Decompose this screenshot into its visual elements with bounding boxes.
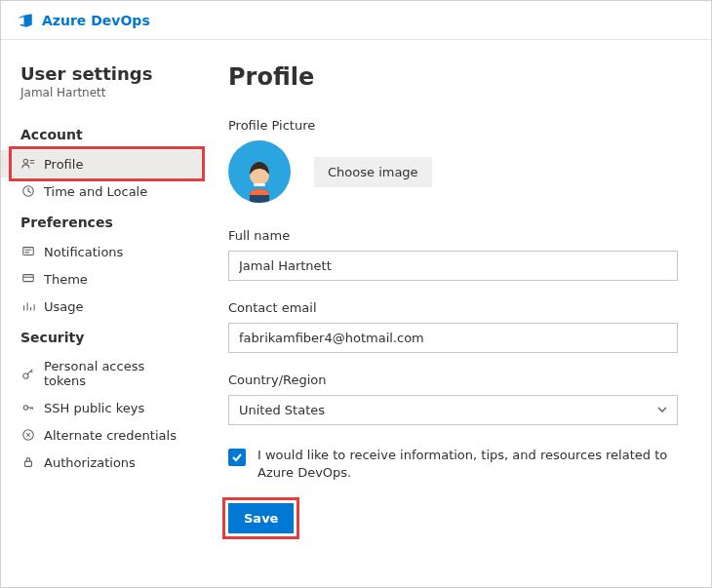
svg-point-0	[23, 159, 27, 163]
svg-rect-11	[254, 183, 265, 186]
avatar	[228, 140, 291, 203]
body-layout: User settings Jamal Hartnett Account Pro…	[1, 40, 711, 587]
sidebar-item-notifications[interactable]: Notifications	[1, 238, 201, 265]
section-security: Security	[1, 320, 201, 353]
sidebar-item-label: Theme	[44, 272, 88, 287]
svg-rect-5	[23, 275, 34, 282]
country-field: Country/Region	[228, 372, 678, 425]
full-name-label: Full name	[228, 228, 678, 243]
content-area: Profile Profile Picture Choose image Ful…	[201, 40, 711, 587]
sidebar-item-profile[interactable]: Profile	[1, 150, 201, 177]
full-name-input[interactable]	[228, 251, 678, 281]
usage-icon	[20, 298, 36, 314]
credentials-icon	[20, 427, 36, 443]
theme-icon	[20, 271, 36, 287]
ssh-key-icon	[20, 400, 36, 415]
svg-point-7	[23, 406, 27, 410]
contact-email-field: Contact email	[228, 300, 678, 353]
top-header: Azure DevOps	[1, 1, 711, 40]
section-preferences: Preferences	[1, 205, 201, 238]
choose-image-button[interactable]: Choose image	[314, 157, 432, 187]
svg-rect-4	[23, 248, 34, 255]
sidebar-item-label: Authorizations	[44, 455, 136, 470]
sidebar-item-usage[interactable]: Usage	[1, 293, 201, 320]
notifications-icon	[20, 244, 36, 259]
sidebar-item-time-locale[interactable]: Time and Locale	[1, 177, 201, 205]
key-icon	[20, 366, 36, 381]
profile-picture-label: Profile Picture	[228, 118, 678, 133]
sidebar-item-pat[interactable]: Personal access tokens	[1, 353, 201, 394]
settings-title: User settings	[1, 63, 201, 86]
sidebar-item-ssh[interactable]: SSH public keys	[1, 394, 201, 421]
full-name-field: Full name	[228, 228, 678, 281]
sidebar-item-label: Usage	[44, 299, 84, 314]
lock-icon	[20, 454, 36, 470]
sidebar-item-label: Alternate credentials	[44, 428, 177, 443]
profile-picture-row: Choose image	[228, 140, 678, 203]
contact-email-input[interactable]	[228, 323, 678, 353]
sidebar-item-alt-creds[interactable]: Alternate credentials	[1, 421, 201, 449]
sidebar: User settings Jamal Hartnett Account Pro…	[1, 40, 201, 587]
page-title: Profile	[228, 63, 678, 91]
sidebar-item-label: Notifications	[44, 245, 123, 259]
subscribe-label: I would like to receive information, tip…	[257, 447, 678, 482]
clock-icon	[20, 183, 36, 199]
contact-email-label: Contact email	[228, 300, 678, 315]
subscribe-row: I would like to receive information, tip…	[228, 447, 678, 482]
profile-icon	[20, 156, 36, 172]
svg-rect-9	[25, 461, 32, 466]
sidebar-item-label: SSH public keys	[44, 401, 144, 415]
settings-subtitle: Jamal Hartnett	[1, 86, 201, 117]
sidebar-item-label: Time and Locale	[44, 184, 147, 199]
sidebar-item-authorizations[interactable]: Authorizations	[1, 449, 201, 476]
sidebar-item-label: Personal access tokens	[44, 359, 181, 388]
brand-text[interactable]: Azure DevOps	[42, 13, 150, 28]
country-label: Country/Region	[228, 372, 678, 387]
country-select[interactable]	[228, 395, 678, 425]
save-button[interactable]: Save	[228, 503, 294, 533]
sidebar-item-theme[interactable]: Theme	[1, 265, 201, 293]
sidebar-item-label: Profile	[44, 157, 83, 172]
section-account: Account	[1, 117, 201, 150]
subscribe-checkbox[interactable]	[228, 449, 246, 466]
azure-devops-logo-icon	[17, 12, 34, 29]
